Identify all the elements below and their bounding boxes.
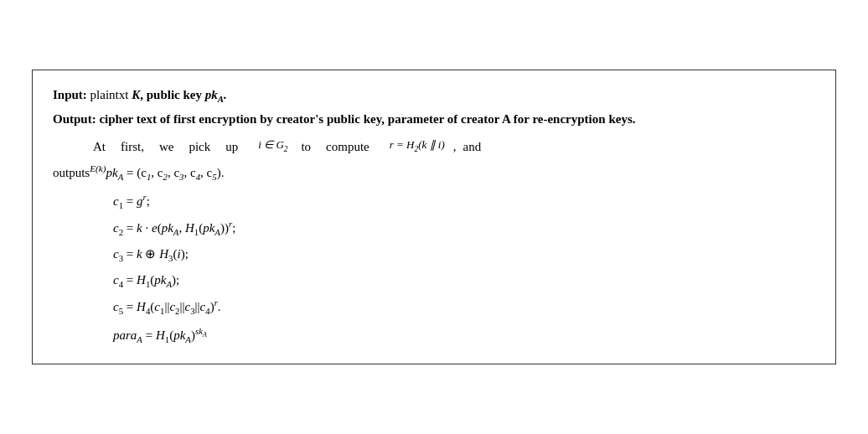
input-line: Input: plaintxt K, public key pkA. xyxy=(53,85,815,106)
para-sk-sup: skA xyxy=(195,326,207,336)
output-text: cipher text of first encryption by creat… xyxy=(96,112,636,126)
input-pkA-sub: A xyxy=(218,94,224,104)
output-line: Output: cipher text of first encryption … xyxy=(53,110,815,129)
input-label: Input: xyxy=(53,88,87,101)
body-up: up xyxy=(225,137,238,158)
algorithm-box: Input: plaintxt K, public key pkA. Outpu… xyxy=(32,70,836,364)
c1-r-sup: r xyxy=(143,192,147,202)
c5-line: c5 = H4(c1||c2||c3||c4)r. xyxy=(53,295,815,320)
outputs-label: outputsE(k)pkA xyxy=(53,161,123,184)
outputs-A-sub: A xyxy=(118,172,124,182)
c5-c1-sub: 1 xyxy=(160,306,164,316)
c2-sub-out: 2 xyxy=(163,172,168,182)
c3-H3-sub: 3 xyxy=(168,253,173,263)
c5-c4-sub: 4 xyxy=(205,306,209,316)
c1-line: c1 = gr; xyxy=(53,189,815,214)
body-paragraph: At first, we pick up i ∈ G2 to compute r… xyxy=(53,137,815,159)
c3-subscript: 3 xyxy=(119,253,123,263)
c5-subscript: 5 xyxy=(119,306,123,316)
c5-c2-sub: 2 xyxy=(175,306,179,316)
input-pk: pkA. xyxy=(205,88,227,101)
body-r-eq: r = H2(k ∥ i) xyxy=(390,136,445,157)
c2-subscript: 2 xyxy=(119,227,123,237)
para-H1-sub: 1 xyxy=(165,334,169,344)
body-i-elem: i ∈ G2 xyxy=(258,136,287,157)
body-comma: , xyxy=(453,137,457,158)
body-to: to xyxy=(301,137,311,158)
c1-subscript: 1 xyxy=(119,200,123,210)
c4-pkA-sub: A xyxy=(166,279,172,289)
body-at: At xyxy=(93,137,106,158)
c4-sub-out: 4 xyxy=(196,172,200,182)
outputs-Ek-sup: E(k) xyxy=(90,163,106,173)
c1-sub: 1 xyxy=(147,172,151,182)
input-plaintxt: plaintxt xyxy=(87,88,132,101)
outputs-line: outputsE(k)pkA = (c1, c2, c3, c4, c5). xyxy=(53,161,815,184)
para-pkA-sub: A xyxy=(185,334,191,344)
body-compute: compute xyxy=(326,137,369,158)
c2-line: c2 = k · e(pkA, H1(pkA))r; xyxy=(53,216,815,241)
c3-line: c3 = k ⊕ H3(i); xyxy=(53,243,815,267)
c4-H1-sub: 1 xyxy=(146,279,150,289)
outputs-eq: = (c1, c2, c3, c4, c5). xyxy=(123,163,224,184)
c5-r-sup: r xyxy=(214,297,218,307)
c3-sub-out: 3 xyxy=(179,172,183,182)
c4-line: c4 = H1(pkA); xyxy=(53,269,815,293)
c5-c3-sub: 3 xyxy=(190,306,194,316)
para-A-sub: A xyxy=(137,334,142,344)
input-K: K xyxy=(132,88,140,101)
c2-pkA2-sub: A xyxy=(214,227,220,237)
c5-H4-sub: 4 xyxy=(146,306,150,316)
input-comma: , public key xyxy=(140,88,205,101)
body-pick: pick xyxy=(189,137,210,158)
c2-r-sup: r xyxy=(229,219,232,229)
body-and: and xyxy=(463,137,482,158)
c4-subscript: 4 xyxy=(119,279,123,289)
c2-pkA-sub: A xyxy=(173,227,179,237)
c5-sub-out: 5 xyxy=(212,172,216,182)
c2-H1-sub: 1 xyxy=(194,227,199,237)
para-line: paraA = H1(pkA)skA xyxy=(53,323,815,349)
body-we: we xyxy=(159,137,174,158)
output-label: Output: xyxy=(53,112,96,126)
body-first: first, xyxy=(121,137,144,158)
